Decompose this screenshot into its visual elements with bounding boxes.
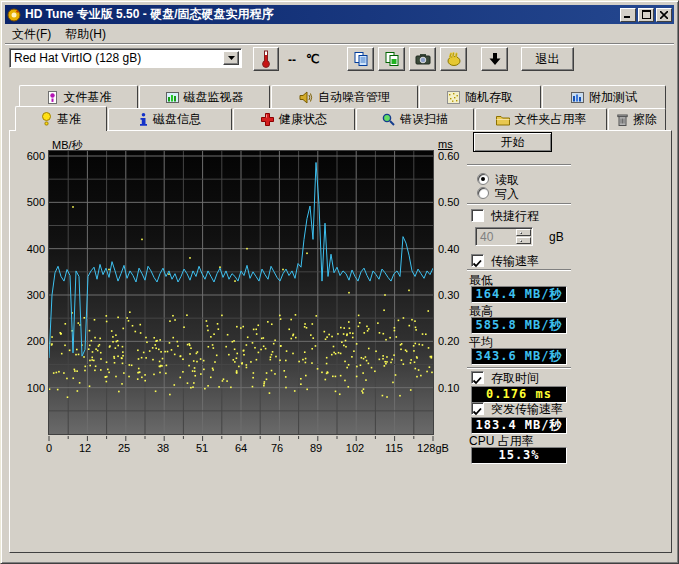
access-time-dot: [426, 371, 428, 373]
access-time-dot: [360, 364, 362, 366]
access-time-dot: [325, 338, 327, 340]
tab-error-scan[interactable]: 错误扫描: [356, 108, 474, 130]
copy-text-button[interactable]: [347, 47, 374, 71]
tab-disk-info[interactable]: 磁盘信息: [108, 108, 232, 130]
access-time-dot: [274, 339, 276, 341]
access-time-dot: [240, 327, 242, 329]
disk-monitor-icon: [166, 91, 179, 104]
access-time-dot: [212, 368, 214, 370]
menu-file[interactable]: 文件(F): [5, 24, 58, 45]
access-time-dot: [122, 346, 124, 348]
access-time-dot: [145, 357, 147, 359]
access-time-dot: [97, 350, 99, 352]
spinner-buttons[interactable]: [516, 229, 531, 244]
access-time-dot: [273, 343, 275, 345]
access-time-dot: [132, 325, 134, 327]
access-time-dot: [236, 370, 238, 372]
access-time-dot: [346, 333, 348, 335]
close-button[interactable]: [656, 8, 672, 22]
tab-health[interactable]: 健康状态: [233, 108, 355, 130]
access-time-dot: [263, 337, 265, 339]
access-time-dot: [246, 248, 248, 250]
tab-extra-tests[interactable]: 附加测试: [542, 85, 666, 109]
exit-button[interactable]: 退出: [521, 47, 574, 71]
access-time-dot: [403, 363, 405, 365]
save-results-button[interactable]: [481, 47, 508, 71]
access-time-dot: [218, 328, 220, 330]
hand-icon: [446, 51, 462, 67]
access-time-dot: [138, 372, 140, 374]
access-time-dot: [384, 365, 386, 367]
access-time-dot: [269, 359, 271, 361]
access-time-dot: [367, 330, 369, 332]
access-time-dot: [246, 364, 248, 366]
access-time-dot: [146, 341, 148, 343]
access-time-dot: [78, 354, 80, 356]
maximize-button[interactable]: [638, 8, 654, 22]
access-time-dot: [115, 334, 117, 336]
tab-label: 基准: [57, 111, 81, 128]
chevron-down-icon: [228, 56, 235, 60]
capacity-spinner[interactable]: 40: [475, 227, 533, 246]
access-time-dot: [172, 337, 174, 339]
spin-down-button[interactable]: [516, 237, 531, 244]
access-time-dot: [89, 360, 91, 362]
access-time-dot: [166, 365, 168, 367]
access-time-dot: [213, 347, 215, 349]
access-time-dot: [206, 320, 208, 322]
temperature-button[interactable]: [253, 47, 279, 71]
access-time-dot: [293, 334, 295, 336]
access-time-checkbox[interactable]: [471, 371, 484, 384]
short-stroke-checkbox[interactable]: [471, 209, 484, 222]
access-time-dot: [344, 380, 346, 382]
access-time-dot: [122, 355, 124, 357]
copy-image-button[interactable]: [378, 47, 405, 71]
access-time-dot: [207, 385, 209, 387]
access-time-dot: [204, 388, 206, 390]
minimize-button[interactable]: [620, 8, 636, 22]
access-time-dot: [395, 336, 397, 338]
drive-select[interactable]: Red Hat VirtIO (128 gB): [9, 48, 242, 68]
access-time-dot: [117, 317, 119, 319]
access-time-dot: [67, 396, 69, 398]
access-time-dot: [131, 364, 133, 366]
read-radio[interactable]: [477, 173, 489, 185]
access-time-dot: [93, 360, 95, 362]
tab-benchmark-selected[interactable]: 基准: [15, 106, 107, 131]
access-time-dot: [285, 387, 287, 389]
access-time-dot: [197, 351, 199, 353]
transfer-rate-label: 传输速率: [491, 253, 539, 270]
transfer-rate-checkbox[interactable]: [471, 254, 484, 267]
access-time-dot: [306, 327, 308, 329]
check-icon: [472, 375, 483, 386]
access-time-dot: [98, 345, 100, 347]
tab-disk-monitor[interactable]: 磁盘监视器: [139, 85, 270, 109]
tab-auto-acoustic[interactable]: 自动噪音管理: [271, 85, 418, 109]
copyright-info-button[interactable]: [440, 47, 467, 71]
access-time-dot: [361, 390, 363, 392]
access-time-dot: [155, 347, 157, 349]
spin-up-button[interactable]: [516, 229, 531, 236]
write-radio[interactable]: [477, 187, 489, 199]
burst-rate-checkbox[interactable]: [471, 402, 484, 415]
access-time-dot: [263, 385, 265, 387]
tab-folder-usage[interactable]: 文件夹占用率: [475, 108, 607, 130]
access-time-dot: [89, 345, 91, 347]
access-time-dot: [271, 370, 273, 372]
access-time-dot: [106, 321, 108, 323]
start-button[interactable]: 开始: [473, 132, 552, 152]
menu-help[interactable]: 帮助(H): [58, 24, 113, 45]
access-time-dot: [57, 389, 59, 391]
access-time-dot: [128, 376, 130, 378]
drive-select-arrow[interactable]: [223, 51, 239, 65]
tab-erase[interactable]: 擦除: [608, 108, 666, 130]
access-time-dot: [271, 323, 273, 325]
access-time-dot: [427, 310, 429, 312]
tab-random-access[interactable]: 随机存取: [419, 85, 541, 109]
access-time-dot: [246, 344, 248, 346]
title-bar: HD Tune 专业版 5.50 - 硬盘/固态硬盘实用程序: [5, 5, 674, 24]
screenshot-button[interactable]: [409, 47, 436, 71]
access-time-dot: [196, 361, 198, 363]
benchmark-icon: [41, 112, 52, 126]
access-time-dot: [129, 364, 131, 366]
